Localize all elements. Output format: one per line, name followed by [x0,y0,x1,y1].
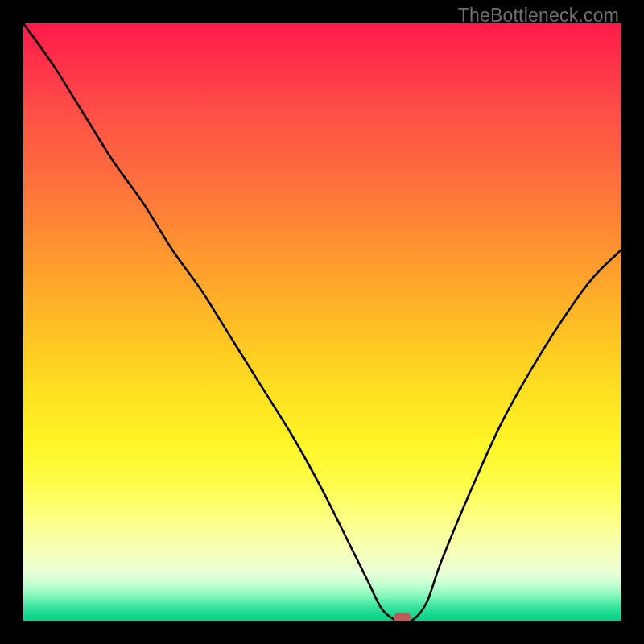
figure-frame: TheBottleneck.com [0,0,644,644]
plot-area [23,23,621,621]
bottleneck-curve [23,23,621,621]
bottleneck-marker [394,613,411,621]
